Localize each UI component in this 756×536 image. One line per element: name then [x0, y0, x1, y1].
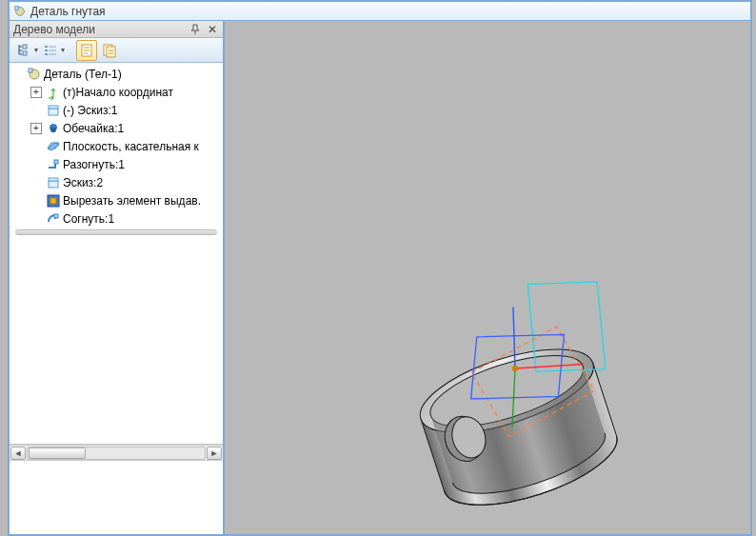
svg-point-30 — [512, 366, 518, 371]
cut-extrude-icon — [46, 193, 61, 208]
tree-end-bar[interactable] — [15, 229, 217, 235]
dropdown-indicator-icon[interactable]: ▾ — [61, 46, 65, 54]
toolbar-page-a-button[interactable] — [76, 40, 97, 61]
sketch-icon — [46, 103, 61, 118]
tree-item-label: Эскиз:2 — [63, 176, 103, 189]
svg-rect-3 — [23, 51, 27, 55]
tree-root[interactable]: Деталь (Тел-1) — [10, 65, 223, 83]
window-titlebar[interactable]: Деталь гнутая — [10, 2, 750, 21]
window-title: Деталь гнутая — [30, 5, 106, 18]
origin-icon — [46, 85, 61, 100]
tree-root-label: Деталь (Тел-1) — [44, 68, 122, 81]
svg-rect-19 — [49, 178, 58, 181]
svg-rect-1 — [15, 6, 19, 10]
toolbar-page-b-button[interactable] — [99, 40, 120, 61]
part-icon — [27, 67, 42, 82]
scroll-thumb[interactable] — [29, 447, 86, 459]
app-window: Деталь гнутая Дерево модели ✕ ▾ ▾ — [8, 0, 752, 536]
panel-titlebar[interactable]: Дерево модели ✕ — [10, 21, 223, 38]
tree-item-label: (т)Начало координат — [63, 86, 173, 99]
tree-item-unbend[interactable]: Разогнуть:1 — [10, 155, 223, 173]
tree-item-shell[interactable]: + Обечайка:1 — [10, 119, 223, 137]
tree-item-label: Плоскость, касательная к — [63, 140, 199, 153]
tree-item-sketch[interactable]: (-) Эскиз:1 — [10, 101, 223, 119]
expand-button[interactable]: + — [30, 123, 42, 134]
svg-rect-5 — [49, 46, 56, 48]
dropdown-indicator-icon[interactable]: ▾ — [34, 46, 38, 54]
part-icon — [13, 5, 27, 18]
properties-pane[interactable] — [10, 460, 223, 534]
tree-item-origin[interactable]: + (т)Начало координат — [10, 83, 223, 101]
shell-icon — [46, 121, 61, 136]
scroll-track[interactable] — [27, 447, 206, 460]
panel-toolbar: ▾ ▾ — [10, 38, 223, 63]
svg-rect-17 — [54, 160, 58, 164]
tree-item-label: Разогнуть:1 — [63, 158, 125, 171]
horizontal-scrollbar[interactable]: ◄ ► — [10, 445, 223, 460]
svg-rect-2 — [23, 45, 27, 49]
plane-icon — [46, 139, 61, 154]
close-icon[interactable]: ✕ — [206, 23, 219, 36]
panel-title: Дерево модели — [13, 23, 95, 36]
content-area: Дерево модели ✕ ▾ ▾ — [10, 21, 750, 534]
toolbar-tree-config-button[interactable] — [13, 40, 34, 61]
svg-rect-4 — [45, 46, 48, 48]
model-3d — [225, 21, 750, 534]
bend-icon — [46, 211, 61, 227]
tree-item-sketch[interactable]: Эскиз:2 — [10, 173, 223, 191]
tree-item-label: Обечайка:1 — [63, 122, 124, 135]
expand-button[interactable]: + — [30, 87, 42, 98]
tree-item-label: (-) Эскиз:1 — [63, 104, 117, 117]
svg-rect-9 — [49, 53, 56, 55]
svg-rect-16 — [49, 106, 58, 109]
svg-rect-6 — [45, 50, 48, 51]
svg-rect-8 — [45, 53, 48, 55]
scroll-left-button[interactable]: ◄ — [10, 447, 26, 460]
sketch-icon — [46, 175, 61, 190]
svg-rect-7 — [49, 50, 56, 51]
tree-item-plane[interactable]: Плоскость, касательная к — [10, 137, 223, 155]
svg-rect-12 — [107, 47, 115, 57]
svg-rect-21 — [50, 198, 56, 204]
tree-item-bend[interactable]: Согнуть:1 — [10, 209, 223, 228]
svg-rect-14 — [29, 69, 32, 72]
tree-item-label: Согнуть:1 — [63, 212, 114, 226]
svg-rect-15 — [49, 109, 58, 115]
tree-item-cut-extrude[interactable]: Вырезать элемент выдав. — [10, 191, 223, 209]
unbend-icon — [46, 157, 61, 172]
pin-icon[interactable] — [189, 23, 202, 36]
viewport-3d[interactable] — [225, 21, 750, 534]
scroll-right-button[interactable]: ► — [207, 447, 222, 460]
model-tree-panel: Дерево модели ✕ ▾ ▾ — [10, 21, 225, 534]
tree-item-label: Вырезать элемент выдав. — [63, 194, 201, 208]
svg-rect-22 — [54, 214, 58, 218]
svg-rect-18 — [49, 181, 58, 188]
toolbar-list-view-button[interactable] — [40, 40, 61, 61]
tree-view[interactable]: Деталь (Тел-1) + (т)Начало координат — [10, 63, 223, 445]
